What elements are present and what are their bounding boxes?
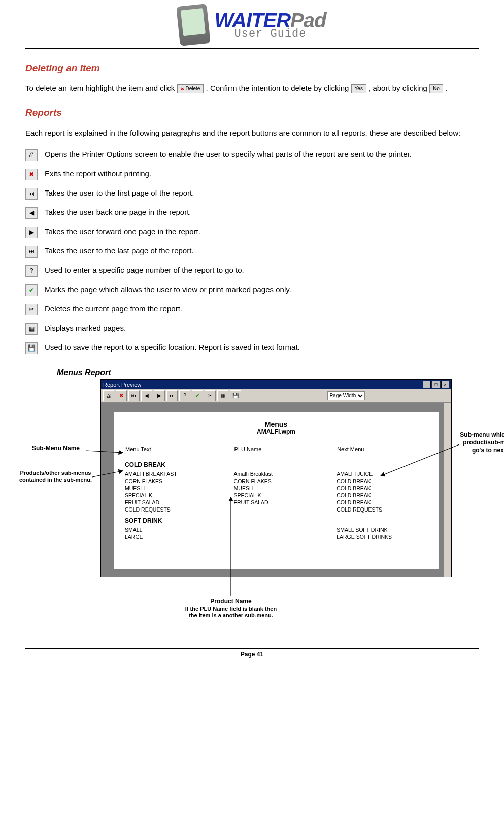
callout-next-submenu: Sub-menu which the product/sub-menu go's… bbox=[457, 431, 504, 454]
table-cell: SPECIAL K bbox=[125, 492, 234, 499]
table-row: FRUIT SALADFRUIT SALADCOLD BREAK bbox=[125, 499, 427, 506]
legend-row: ✖Exits the report without printing. bbox=[25, 168, 479, 180]
window-controls: _ □ × bbox=[423, 381, 449, 388]
table-cell: CORN FLAKES bbox=[125, 478, 234, 485]
tb-save-icon: 💾 bbox=[230, 390, 241, 401]
no-button-inline: No bbox=[429, 84, 443, 94]
report-paper: Menus AMALFI.wpm Menu TextPLU NameNext M… bbox=[114, 412, 439, 569]
table-cell: COLD BREAK bbox=[337, 485, 427, 492]
text: To delete an item highlight the item and… bbox=[25, 84, 177, 92]
table-cell: AMALFI BREAKFAST bbox=[125, 470, 234, 478]
window-title: Report Preview bbox=[103, 381, 141, 388]
legend-row: 🖨Opens the Printer Options screen to ena… bbox=[25, 149, 479, 161]
report-button-legend: 🖨Opens the Printer Options screen to ena… bbox=[25, 149, 479, 354]
legend-row: ▦Displays marked pages. bbox=[25, 323, 479, 335]
column-header: Next Menu bbox=[337, 446, 427, 457]
table-cell: AMALFI JUICE bbox=[337, 470, 427, 478]
column-header: PLU Name bbox=[234, 446, 337, 457]
report-title: Menus bbox=[125, 420, 427, 428]
legend-desc: Takes the user back one page in the repo… bbox=[45, 207, 479, 216]
table-cell: SMALL SOFT DRINK bbox=[337, 526, 427, 533]
show-marked-icon: ▦ bbox=[25, 323, 38, 335]
table-cell: SMALL bbox=[125, 526, 234, 533]
table-cell: FRUIT SALAD bbox=[125, 499, 234, 506]
subsection-title-menus-report: Menus Report bbox=[57, 368, 479, 377]
tb-print-icon: 🖨 bbox=[103, 390, 114, 401]
mark-page-icon: ✔ bbox=[25, 284, 38, 296]
report-preview-window: Report Preview _ □ × 🖨 ✖ ⏮ ◀ ▶ ⏭ ? ✔ ✂ ▦… bbox=[100, 379, 452, 577]
tb-mark-page-icon: ✔ bbox=[192, 390, 203, 401]
table-cell: COLD BREAK bbox=[337, 478, 427, 485]
table-cell: COLD REQUESTS bbox=[337, 506, 427, 513]
tb-last-page-icon: ⏭ bbox=[166, 390, 178, 401]
reports-intro: Each report is explained in the followin… bbox=[25, 128, 479, 139]
table-cell: SPECIAL K bbox=[234, 492, 337, 499]
callout-product-name: Product Name If the PLU Name field is bl… bbox=[183, 598, 279, 620]
prev-page-icon: ◀ bbox=[25, 207, 38, 219]
callout-submenu-name: Sub-Menu Name bbox=[25, 444, 86, 452]
last-page-icon: ⏭ bbox=[25, 246, 38, 258]
tb-first-page-icon: ⏮ bbox=[128, 390, 140, 401]
section-title-deleting: Deleting an Item bbox=[25, 62, 479, 74]
report-toolbar: 🖨 ✖ ⏮ ◀ ▶ ⏭ ? ✔ ✂ ▦ 💾 Page Width bbox=[101, 389, 451, 403]
tb-show-marked-icon: ▦ bbox=[217, 390, 228, 401]
legend-desc: Used to enter a specific page number of … bbox=[45, 265, 479, 274]
table-cell: CORN FLAKES bbox=[234, 478, 337, 485]
tb-goto-page-icon: ? bbox=[179, 390, 190, 401]
tb-next-page-icon: ▶ bbox=[154, 390, 165, 401]
legend-desc: Marks the page which allows the user to … bbox=[45, 284, 479, 294]
tb-close-icon: ✖ bbox=[116, 390, 127, 401]
yes-button-inline: Yes bbox=[351, 84, 366, 94]
legend-row: ⏭Takes the user to the last page of the … bbox=[25, 245, 479, 258]
table-cell: MUESLI bbox=[125, 485, 234, 492]
print-icon: 🖨 bbox=[25, 149, 38, 161]
table-row: CORN FLAKESCORN FLAKESCOLD BREAK bbox=[125, 478, 427, 485]
deleting-paragraph: To delete an item highlight the item and… bbox=[25, 83, 479, 94]
legend-desc: Exits the report without printing. bbox=[45, 168, 479, 178]
callout-product-name-body: If the PLU Name field is blank then the … bbox=[183, 606, 279, 620]
legend-desc: Takes the user to the first page of the … bbox=[45, 187, 479, 197]
table-cell: COLD BREAK bbox=[337, 492, 427, 499]
page-number: Page 41 bbox=[241, 651, 263, 658]
callout-product-name-title: Product Name bbox=[183, 598, 279, 606]
table-cell: COLD BREAK bbox=[337, 499, 427, 506]
group-header: COLD BREAK bbox=[125, 457, 427, 470]
window-titlebar: Report Preview _ □ × bbox=[101, 380, 451, 389]
callout-products-in-submenu: Products/other sub-menus contained in th… bbox=[16, 470, 95, 484]
table-row: AMALFI BREAKFASTAmalfi BreakfastAMALFI J… bbox=[125, 470, 427, 478]
close-window-icon: × bbox=[441, 381, 449, 388]
table-cell: LARGE bbox=[125, 533, 234, 540]
report-filename: AMALFI.wpm bbox=[125, 428, 427, 435]
legend-desc: Takes the user to the last page of the r… bbox=[45, 245, 479, 255]
goto-page-icon: ? bbox=[25, 265, 38, 277]
minimize-icon: _ bbox=[423, 381, 431, 388]
table-cell: LARGE SOFT DRINKS bbox=[337, 533, 427, 540]
table-row: COLD REQUESTSCOLD REQUESTS bbox=[125, 506, 427, 513]
legend-row: 💾Used to save the report to a specific l… bbox=[25, 342, 479, 354]
page-header: WAITERPad User Guide bbox=[25, 5, 479, 49]
save-icon: 💾 bbox=[25, 342, 38, 354]
page-footer: Page 41 bbox=[25, 648, 479, 658]
tb-prev-page-icon: ◀ bbox=[141, 390, 152, 401]
menus-report-figure: Report Preview _ □ × 🖨 ✖ ⏮ ◀ ▶ ⏭ ? ✔ ✂ ▦… bbox=[25, 379, 479, 644]
column-header: Menu Text bbox=[125, 446, 234, 457]
text: , abort by clicking bbox=[368, 84, 429, 92]
text: . Confirm the intention to delete by cli… bbox=[206, 84, 351, 92]
table-row: SMALLSMALL SOFT DRINK bbox=[125, 526, 427, 533]
delete-button-inline: Delete bbox=[177, 84, 204, 94]
zoom-select: Page Width bbox=[327, 391, 365, 400]
table-row: LARGELARGE SOFT DRINKS bbox=[125, 533, 427, 540]
legend-desc: Deletes the current page from the report… bbox=[45, 303, 479, 313]
table-row: MUESLIMUESLICOLD BREAK bbox=[125, 485, 427, 492]
scrollbar bbox=[444, 403, 451, 577]
legend-row: ✂Deletes the current page from the repor… bbox=[25, 303, 479, 315]
table-cell bbox=[234, 506, 337, 513]
legend-desc: Displays marked pages. bbox=[45, 323, 479, 332]
tb-delete-page-icon: ✂ bbox=[205, 390, 216, 401]
first-page-icon: ⏮ bbox=[25, 188, 38, 200]
report-table: Menu TextPLU NameNext MenuCOLD BREAKAMAL… bbox=[125, 446, 427, 540]
maximize-icon: □ bbox=[432, 381, 440, 388]
table-cell bbox=[234, 526, 337, 533]
legend-row: ◀Takes the user back one page in the rep… bbox=[25, 207, 479, 219]
table-cell: Amalfi Breakfast bbox=[234, 470, 337, 478]
